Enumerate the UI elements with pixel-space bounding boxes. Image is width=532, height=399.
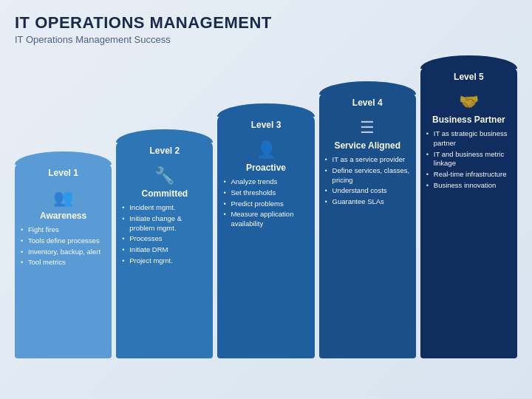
bullet-5-3: Real-time infrastructure bbox=[426, 170, 511, 180]
bullet-3-4: Measure application availability bbox=[223, 210, 308, 229]
level-bullets-5: IT as strategic business partnerIT and b… bbox=[426, 129, 511, 192]
level-bullets-3: Analyze trendsSet thresholdsPredict prob… bbox=[223, 177, 308, 231]
tab-label-5: Level 5 bbox=[420, 67, 517, 86]
level-sublabel-4: Service Aligned bbox=[325, 140, 410, 151]
levels-container: Level 1👥AwarenessFight firesTools define… bbox=[15, 55, 517, 366]
bullet-5-1: IT as strategic business partner bbox=[426, 129, 511, 149]
tab-text-4: Level 4 bbox=[352, 98, 383, 108]
level-body-4: ☰Service AlignedIT as a service provider… bbox=[319, 112, 416, 358]
level-sublabel-2: Committed bbox=[122, 188, 207, 199]
bullet-5-2: IT and business metric linkage bbox=[426, 150, 511, 169]
tab-text-2: Level 2 bbox=[149, 146, 180, 156]
level-block-5: Level 5🤝Business PartnerIT as strategic … bbox=[420, 55, 517, 358]
level-body-2: 🔧CommittedIncident mgmt.Initiate change … bbox=[116, 160, 213, 358]
bullet-4-2: Define services, classes, pricing bbox=[325, 166, 410, 185]
level-icon-2: 🔧 bbox=[122, 166, 207, 185]
level-bullets-2: Incident mgmt.Initiate change & problem … bbox=[122, 203, 207, 267]
level-icon-4: ☰ bbox=[325, 118, 410, 137]
level-block-3: Level 3👤ProactiveAnalyze trendsSet thres… bbox=[217, 103, 314, 358]
page-title: IT OPERATIONS MANAGEMENT bbox=[15, 13, 517, 33]
tab-label-3: Level 3 bbox=[217, 115, 314, 134]
level-block-2: Level 2🔧CommittedIncident mgmt.Initiate … bbox=[116, 129, 213, 358]
bullet-3-2: Set thresholds bbox=[223, 188, 308, 198]
level-sublabel-5: Business Partner bbox=[426, 115, 511, 125]
bullet-1-2: Tools define processes bbox=[21, 236, 106, 246]
level-body-1: 👥AwarenessFight firesTools define proces… bbox=[15, 183, 112, 358]
tab-label-4: Level 4 bbox=[319, 93, 416, 112]
level-sublabel-1: Awareness bbox=[21, 211, 106, 221]
bullet-2-3: Processes bbox=[122, 234, 207, 244]
bullet-2-4: Initiate DRM bbox=[122, 245, 207, 255]
level-block-1: Level 1👥AwarenessFight firesTools define… bbox=[15, 151, 112, 358]
level-sublabel-3: Proactive bbox=[223, 163, 308, 173]
bullet-3-3: Predict problems bbox=[223, 200, 308, 209]
bullet-5-4: Business innovation bbox=[426, 181, 511, 191]
tab-text-3: Level 3 bbox=[251, 120, 282, 130]
bullet-1-1: Fight fires bbox=[21, 225, 106, 235]
bullet-3-1: Analyze trends bbox=[223, 177, 308, 187]
level-body-3: 👤ProactiveAnalyze trendsSet thresholdsPr… bbox=[217, 134, 314, 358]
level-bullets-1: Fight firesTools define processesInvento… bbox=[21, 225, 106, 269]
tab-text-1: Level 1 bbox=[48, 168, 78, 178]
level-bullets-4: IT as a service providerDefine services,… bbox=[325, 155, 410, 208]
bullet-1-3: Inventory, backup, alert bbox=[21, 248, 106, 257]
bullet-1-4: Tool metrics bbox=[21, 258, 106, 267]
bullet-4-4: Guarantee SLAs bbox=[325, 197, 410, 207]
bullet-4-1: IT as a service provider bbox=[325, 155, 410, 165]
bullet-2-5: Project mgmt. bbox=[122, 256, 207, 266]
bullet-2-2: Initiate change & problem mgmt. bbox=[122, 214, 207, 233]
level-block-4: Level 4☰Service AlignedIT as a service p… bbox=[319, 81, 416, 358]
bullet-2-1: Incident mgmt. bbox=[122, 203, 207, 213]
level-icon-5: 🤝 bbox=[426, 92, 511, 112]
level-body-5: 🤝Business PartnerIT as strategic busines… bbox=[420, 86, 517, 358]
level-icon-1: 👥 bbox=[21, 188, 106, 208]
page-subtitle: IT Operations Management Success bbox=[15, 34, 517, 45]
bullet-4-3: Understand costs bbox=[325, 186, 410, 196]
tab-label-2: Level 2 bbox=[116, 141, 213, 160]
level-icon-3: 👤 bbox=[223, 140, 308, 160]
tab-text-5: Level 5 bbox=[454, 72, 484, 82]
page: IT OPERATIONS MANAGEMENT IT Operations M… bbox=[0, 0, 532, 399]
tab-label-1: Level 1 bbox=[15, 163, 112, 183]
